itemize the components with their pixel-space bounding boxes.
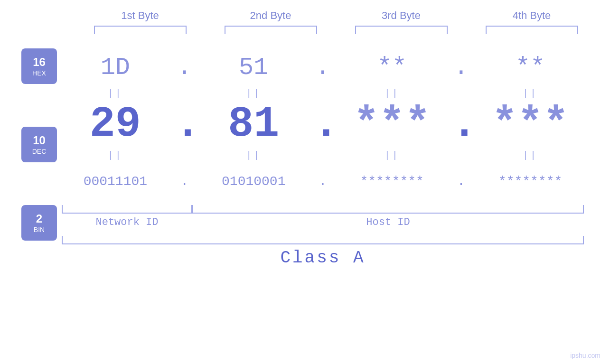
hex-dot-3: . <box>451 54 470 82</box>
hex-byte-4: ** <box>483 54 578 82</box>
base-labels: 16 HEX 10 DEC 2 BIN <box>0 44 62 268</box>
segment-brackets <box>62 205 584 214</box>
hex-dot-2: . <box>313 54 332 82</box>
equals-4: || <box>483 88 578 99</box>
dec-badge: 10 DEC <box>21 127 57 162</box>
equals-6: || <box>206 150 301 161</box>
bracket-4 <box>486 26 578 34</box>
bin-byte-3: ******** <box>345 174 440 189</box>
byte-headers: 1st Byte 2nd Byte 3rd Byte 4th Byte <box>75 9 597 22</box>
main-container: 1st Byte 2nd Byte 3rd Byte 4th Byte 16 H… <box>0 0 610 364</box>
hex-byte-3: ** <box>345 54 440 82</box>
dec-dot-3: . <box>451 100 470 149</box>
hex-byte-1: 1D <box>68 54 163 82</box>
equals-1: || <box>68 88 163 99</box>
dec-byte-2: 81 <box>206 100 301 149</box>
top-brackets <box>75 26 597 34</box>
dec-byte-4: *** <box>483 100 578 149</box>
bin-byte-4: ******** <box>483 174 578 189</box>
segment-labels: Network ID Host ID <box>62 216 584 228</box>
network-bracket <box>62 205 192 214</box>
equals-5: || <box>68 150 163 161</box>
bin-row: 00011101 . 01010001 . ******** . <box>62 162 584 200</box>
bin-byte-2: 01010001 <box>206 174 301 189</box>
dec-dot-1: . <box>175 100 194 149</box>
equals-8: || <box>483 150 578 161</box>
bin-badge: 2 BIN <box>21 205 57 241</box>
dec-number: 10 <box>33 134 46 148</box>
bin-byte-1: 00011101 <box>68 174 163 189</box>
hex-name: HEX <box>32 69 46 77</box>
equals-7: || <box>345 150 440 161</box>
bracket-1 <box>94 26 187 34</box>
network-id-label: Network ID <box>62 216 192 228</box>
bin-number: 2 <box>36 212 42 226</box>
bin-name: BIN <box>34 226 45 233</box>
equals-3: || <box>345 88 440 99</box>
host-bracket <box>192 205 584 214</box>
dec-byte-3: *** <box>345 100 440 149</box>
byte-header-1: 1st Byte <box>88 9 192 22</box>
hex-badge: 16 HEX <box>21 48 57 84</box>
hex-row: 1D . 51 . ** . ** <box>62 48 584 86</box>
dec-byte-1: 29 <box>68 100 163 149</box>
byte-header-4: 4th Byte <box>479 9 584 22</box>
hex-byte-2: 51 <box>206 54 301 82</box>
byte-header-3: 3rd Byte <box>349 9 453 22</box>
dec-row: 29 . 81 . *** . *** <box>62 101 584 148</box>
outer-bracket <box>62 236 584 244</box>
bin-dot-2: . <box>313 174 332 189</box>
watermark: ipshu.com <box>570 352 601 359</box>
dec-name: DEC <box>32 148 47 155</box>
bracket-3 <box>355 26 448 34</box>
equals-2: || <box>206 88 301 99</box>
class-label-container: Class A <box>62 248 584 268</box>
bin-dot-1: . <box>175 174 194 189</box>
bin-dot-3: . <box>451 174 470 189</box>
equals-row-2: || || || || <box>62 148 584 162</box>
class-label: Class A <box>280 248 365 268</box>
equals-row-1: || || || || <box>62 86 584 101</box>
bracket-2 <box>225 26 317 34</box>
hex-number: 16 <box>33 56 46 69</box>
host-id-label: Host ID <box>192 216 584 228</box>
byte-header-2: 2nd Byte <box>218 9 323 22</box>
outer-bracket-line <box>62 236 584 244</box>
dec-dot-2: . <box>313 100 332 149</box>
hex-dot-1: . <box>175 54 194 82</box>
